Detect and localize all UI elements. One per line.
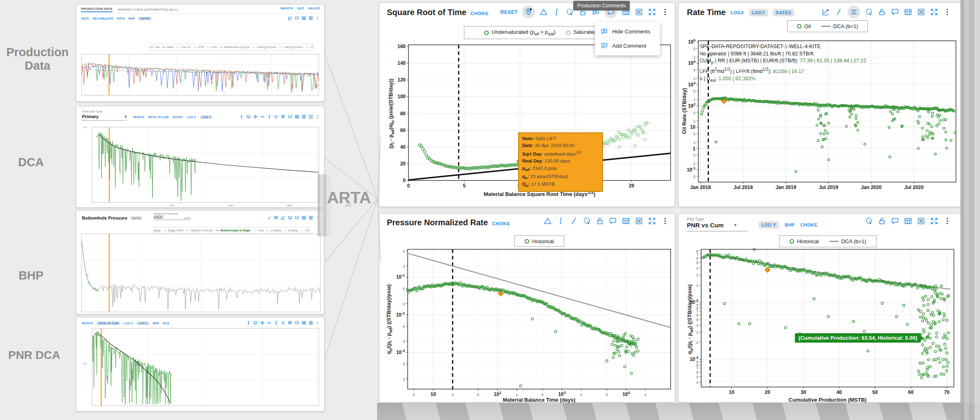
monitor-icon[interactable]	[246, 114, 251, 119]
table-icon[interactable]	[302, 215, 306, 220]
updown-icon[interactable]	[267, 114, 271, 119]
rate-vs-cum-toggle[interactable]: RATE VS CUM	[97, 321, 120, 325]
bhp-button[interactable]: BHP	[153, 322, 159, 325]
legend-item[interactable]: Oil	[797, 23, 811, 29]
leftright-icon[interactable]	[260, 114, 265, 119]
legend-item[interactable]: Undersaturated (pwf > psat)	[484, 29, 555, 36]
bubble-search-icon[interactable]	[281, 114, 285, 119]
dashed-circle-icon[interactable]	[583, 217, 591, 225]
legend-item[interactable]: DCA (b=1)	[821, 23, 858, 29]
forecast-type-select[interactable]: Primary▾	[82, 113, 127, 121]
slope-icon[interactable]	[821, 8, 830, 16]
delete-button[interactable]: DELETE	[308, 7, 320, 10]
dates-button[interactable]: DATES	[173, 116, 183, 119]
log-y-toggle[interactable]: LOG Y	[759, 221, 779, 229]
integral-icon[interactable]	[552, 8, 561, 16]
legend-item[interactable]: Historical	[525, 238, 554, 244]
triangle-icon[interactable]	[543, 217, 552, 225]
pnr-cum-plot[interactable]	[701, 249, 954, 387]
lock-open-icon[interactable]	[878, 217, 886, 225]
bubble-search-icon[interactable]	[288, 321, 292, 325]
grid-dots-icon[interactable]	[917, 8, 925, 16]
updown-icon[interactable]	[274, 321, 278, 325]
bubble-icon[interactable]	[295, 16, 299, 20]
legend-item[interactable]: pᵥf,gauge	[154, 229, 161, 232]
grid-dots-icon[interactable]	[635, 217, 643, 225]
expand-icon[interactable]	[930, 8, 938, 16]
bubble-icon[interactable]	[288, 114, 292, 119]
lock-open-icon[interactable]	[596, 217, 604, 225]
grid-dots-icon[interactable]	[917, 217, 925, 225]
legend-item[interactable]: Water	[162, 46, 174, 48]
grid-dots-icon[interactable]	[309, 321, 313, 325]
legend-item[interactable]: Gas	[150, 46, 159, 48]
legend-item[interactable]: Tubing Pressure	[279, 46, 303, 48]
integral-icon[interactable]	[556, 217, 565, 225]
table-icon[interactable]	[904, 8, 912, 16]
slope-icon[interactable]	[288, 16, 292, 20]
gas-lift-note[interactable]: Note: GAS LIFT Date: 30 Apr. 2018 00:00 …	[518, 132, 603, 192]
table-icon[interactable]	[302, 16, 306, 20]
legend-item[interactable]: CGR	[207, 46, 217, 48]
updown-icon[interactable]	[246, 321, 251, 325]
bhp-button[interactable]: BHP	[128, 17, 135, 20]
hamburger-icon[interactable]	[848, 6, 860, 18]
add-comment-menu-item[interactable]: Add Comment	[595, 39, 660, 53]
tab-production-data[interactable]: PRODUCTION DATA	[81, 7, 113, 12]
dashed-circle-icon[interactable]	[865, 217, 873, 225]
leftright-icon[interactable]	[267, 321, 271, 325]
slash-icon[interactable]	[569, 217, 578, 225]
bubble-icon[interactable]	[891, 217, 899, 225]
edit-button[interactable]: EDIT	[297, 7, 304, 10]
kebab-icon[interactable]	[316, 114, 320, 119]
legend-item[interactable]: Choke size	[306, 46, 313, 48]
grid-dots-icon[interactable]	[309, 215, 313, 220]
kebab-icon[interactable]	[943, 8, 951, 16]
expand-icon[interactable]	[309, 114, 313, 119]
reservoir-pressure-field[interactable]: 6400psia	[154, 215, 190, 220]
log-x-button[interactable]: LOG X	[124, 322, 133, 325]
choke-button[interactable]: CHOKE	[800, 222, 817, 227]
kebab-icon[interactable]	[943, 217, 951, 225]
lock-open-icon[interactable]	[878, 8, 886, 16]
table-icon[interactable]	[622, 217, 630, 225]
pnr-plot[interactable]	[408, 249, 671, 389]
dates-toggle[interactable]: DATES	[773, 9, 794, 16]
legend-item[interactable]: p casing	[267, 229, 281, 232]
diamond-icon[interactable]	[274, 114, 278, 119]
slash-icon[interactable]	[834, 8, 843, 16]
expand-icon[interactable]	[648, 217, 656, 225]
decumulate-button[interactable]: DECUMULATE	[93, 17, 113, 20]
logy-toggle[interactable]: LOGY	[749, 9, 768, 16]
bubble-search-icon[interactable]	[274, 215, 278, 220]
smooth-button[interactable]: SMOOTH	[280, 7, 294, 10]
grid-dots-icon[interactable]	[309, 16, 313, 20]
slope-icon[interactable]	[281, 215, 285, 220]
pnr-dca-plot[interactable]	[92, 328, 319, 406]
legend-item[interactable]: GOR	[193, 46, 204, 48]
log-x-button[interactable]: LOG X	[187, 116, 196, 119]
table-icon[interactable]	[295, 114, 299, 119]
hide-comments-menu-item[interactable]: Hide Comments	[595, 24, 660, 39]
data-button[interactable]: DATA	[81, 17, 89, 20]
kebab-icon[interactable]	[316, 321, 320, 325]
legend-item[interactable]: Casing Pressure	[252, 46, 276, 48]
legend-item[interactable]: Choke size	[300, 229, 309, 232]
bubble-icon[interactable]	[295, 215, 299, 220]
check-icon[interactable]	[267, 215, 271, 220]
kebab-icon[interactable]	[316, 16, 320, 20]
log-y-toggle[interactable]: LOG Y	[200, 115, 213, 119]
legend-item[interactable]: Hagedorn & Brown	[186, 229, 213, 232]
table-icon[interactable]	[302, 321, 306, 325]
grid-dots-icon[interactable]	[302, 114, 306, 119]
kebab-icon[interactable]	[661, 8, 669, 16]
monitor-icon[interactable]	[288, 215, 292, 220]
triangle-icon[interactable]	[539, 8, 548, 16]
table-icon[interactable]	[904, 217, 912, 225]
legend-item[interactable]: Gray	[254, 229, 264, 232]
move-icon[interactable]	[260, 321, 265, 325]
month-button[interactable]: MONTH	[82, 322, 93, 325]
legend-item[interactable]: Woldesemayat & Ghajar	[216, 229, 250, 232]
legend-item[interactable]: Beggs & Brill	[163, 229, 183, 232]
bubble-icon[interactable]	[891, 8, 899, 16]
